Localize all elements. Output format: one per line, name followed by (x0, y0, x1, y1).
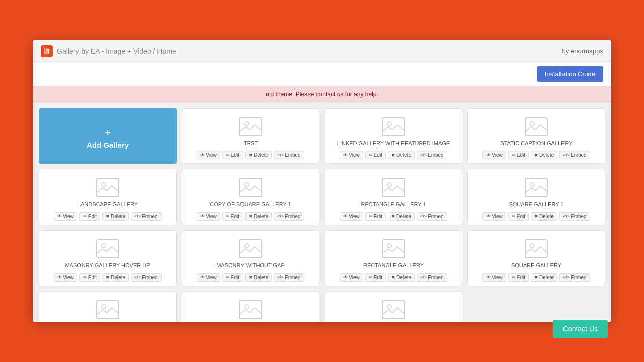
action-buttons-7: 👁View ✏Edit ✖Delete </>Embed (54, 273, 161, 282)
gallery-name-1: LINKED GALLERY WITH FEATURED IMAGE (337, 140, 450, 147)
top-bar: 🖼 Gallery by EA - Image + Video / Home b… (33, 40, 611, 62)
delete-btn-0[interactable]: ✖Delete (245, 151, 272, 159)
embed-btn-4[interactable]: </>Embed (274, 212, 304, 221)
embed-btn-1[interactable]: </>Embed (417, 151, 447, 159)
gallery-thumbnail-icon (381, 177, 406, 198)
svg-rect-24 (239, 301, 262, 319)
edit-btn-7[interactable]: ✏Edit (79, 273, 100, 282)
add-gallery-plus: + (105, 127, 111, 139)
delete-btn-4[interactable]: ✖Delete (245, 212, 272, 221)
edit-btn-9[interactable]: ✏Edit (365, 273, 386, 282)
svg-point-25 (245, 305, 249, 309)
gallery-thumbnail-icon (238, 117, 263, 137)
gallery-grid: + Add Gallery TEST 👁View ✏Edit ✖Delete <… (39, 108, 605, 322)
gallery-card-linked: LINKED GALLERY WITH FEATURED IMAGE 👁View… (325, 108, 462, 164)
svg-point-7 (102, 183, 106, 187)
view-btn-5[interactable]: 👁View (340, 212, 363, 221)
gallery-card-test: TEST 👁View ✏Edit ✖Delete </>Embed (182, 108, 319, 164)
delete-btn-8[interactable]: ✖Delete (245, 273, 272, 282)
delete-btn-7[interactable]: ✖Delete (102, 273, 129, 282)
svg-point-27 (387, 305, 391, 309)
edit-btn-0[interactable]: ✏Edit (222, 151, 243, 159)
action-buttons-6: 👁View ✏Edit ✖Delete </>Embed (482, 212, 590, 221)
svg-point-1 (245, 122, 249, 126)
delete-btn-2[interactable]: ✖Delete (531, 151, 557, 159)
edit-btn-8[interactable]: ✏Edit (222, 273, 243, 282)
edit-btn-10[interactable]: ✏Edit (508, 273, 529, 282)
gallery-name-4: COPY OF SQUARE GALLERY 1 (210, 201, 291, 208)
svg-rect-14 (97, 240, 119, 258)
gallery-card-landscape: LANDSCAPE GALLERY 👁View ✏Edit ✖Delete </… (39, 169, 177, 225)
edit-btn-1[interactable]: ✏Edit (365, 151, 386, 159)
gallery-thumbnail-icon (96, 239, 120, 259)
svg-point-9 (245, 183, 249, 187)
action-buttons-9: 👁View ✏Edit ✖Delete </>Embed (340, 273, 447, 282)
edit-btn-5[interactable]: ✏Edit (365, 212, 386, 221)
view-btn-6[interactable]: 👁View (482, 212, 506, 221)
delete-btn-3[interactable]: ✖Delete (102, 212, 129, 221)
delete-btn-10[interactable]: ✖Delete (531, 273, 557, 282)
embed-btn-2[interactable]: </>Embed (559, 151, 590, 159)
view-btn-2[interactable]: 👁View (482, 151, 506, 159)
gallery-thumbnail-icon (381, 239, 406, 259)
svg-point-19 (387, 244, 391, 248)
breadcrumb: Gallery by EA - Image + Video / Home (57, 47, 176, 55)
gallery-thumbnail-icon (96, 177, 120, 198)
content-area[interactable]: + Add Gallery TEST 👁View ✏Edit ✖Delete <… (33, 102, 611, 322)
embed-btn-9[interactable]: </>Embed (417, 273, 447, 282)
embed-btn-7[interactable]: </>Embed (131, 273, 162, 282)
gallery-thumbnail-icon (238, 177, 263, 198)
embed-btn-10[interactable]: </>Embed (559, 273, 590, 282)
svg-point-17 (245, 244, 249, 248)
gallery-card-copy-square: COPY OF SQUARE GALLERY 1 👁View ✏Edit ✖De… (182, 169, 319, 225)
edit-btn-4[interactable]: ✏Edit (222, 212, 243, 221)
edit-btn-3[interactable]: ✏Edit (79, 212, 100, 221)
edit-btn-6[interactable]: ✏Edit (508, 212, 529, 221)
toolbar: Installation Guide (33, 62, 611, 86)
gallery-name-6: SQUARE GALLERY 1 (509, 201, 564, 208)
svg-rect-12 (525, 178, 547, 197)
action-buttons-0: 👁View ✏Edit ✖Delete </>Embed (197, 151, 304, 159)
contact-us-button[interactable]: Contact Us (553, 320, 608, 322)
view-btn-8[interactable]: 👁View (197, 273, 220, 282)
delete-btn-5[interactable]: ✖Delete (388, 212, 415, 221)
svg-rect-18 (382, 240, 405, 258)
gallery-name-5: RECTANGLE GALLERY 1 (361, 201, 426, 208)
delete-btn-1[interactable]: ✖Delete (388, 151, 415, 159)
view-btn-1[interactable]: 👁View (340, 151, 363, 159)
gallery-card-partial-2 (325, 291, 462, 322)
view-btn-0[interactable]: 👁View (197, 151, 220, 159)
edit-btn-2[interactable]: ✏Edit (508, 151, 529, 159)
view-btn-4[interactable]: 👁View (197, 212, 220, 221)
embed-btn-5[interactable]: </>Embed (417, 212, 447, 221)
view-btn-3[interactable]: 👁View (54, 212, 77, 221)
svg-rect-4 (525, 118, 547, 136)
svg-rect-22 (97, 301, 119, 319)
alert-text: old theme. Please contact us for any hel… (266, 90, 378, 98)
breadcrumb-page: Home (157, 47, 176, 55)
gallery-card-masonry-nogap: MASONRY WITHOUT GAP 👁View ✏Edit ✖Delete … (182, 230, 319, 286)
embed-btn-6[interactable]: </>Embed (559, 212, 590, 221)
add-gallery-card[interactable]: + Add Gallery (39, 108, 177, 164)
gallery-name-7: MASONRY GALLERY HOVER UP (65, 262, 150, 269)
svg-point-15 (102, 244, 106, 248)
installation-guide-button[interactable]: Installation Guide (537, 66, 603, 82)
view-btn-10[interactable]: 👁View (482, 273, 506, 282)
browser-window: 🖼 Gallery by EA - Image + Video / Home b… (33, 40, 611, 322)
delete-btn-6[interactable]: ✖Delete (531, 212, 557, 221)
svg-rect-16 (239, 240, 262, 258)
gallery-card-static: STATIC CAPTION GALLERY 👁View ✏Edit ✖Dele… (467, 108, 605, 164)
embed-btn-8[interactable]: </>Embed (274, 273, 304, 282)
gallery-thumbnail-icon (238, 239, 263, 259)
view-btn-9[interactable]: 👁View (340, 273, 363, 282)
view-btn-7[interactable]: 👁View (54, 273, 77, 282)
delete-btn-9[interactable]: ✖Delete (388, 273, 415, 282)
embed-btn-0[interactable]: </>Embed (274, 151, 304, 159)
gallery-name-3: LANDSCAPE GALLERY (77, 201, 138, 208)
svg-rect-2 (382, 118, 405, 136)
gallery-card-square1: SQUARE GALLERY 1 👁View ✏Edit ✖Delete </>… (467, 169, 605, 225)
embed-btn-3[interactable]: </>Embed (131, 212, 162, 221)
alert-banner: old theme. Please contact us for any hel… (33, 86, 611, 102)
action-buttons-3: 👁View ✏Edit ✖Delete </>Embed (54, 212, 161, 221)
app-icon: 🖼 (41, 45, 53, 57)
